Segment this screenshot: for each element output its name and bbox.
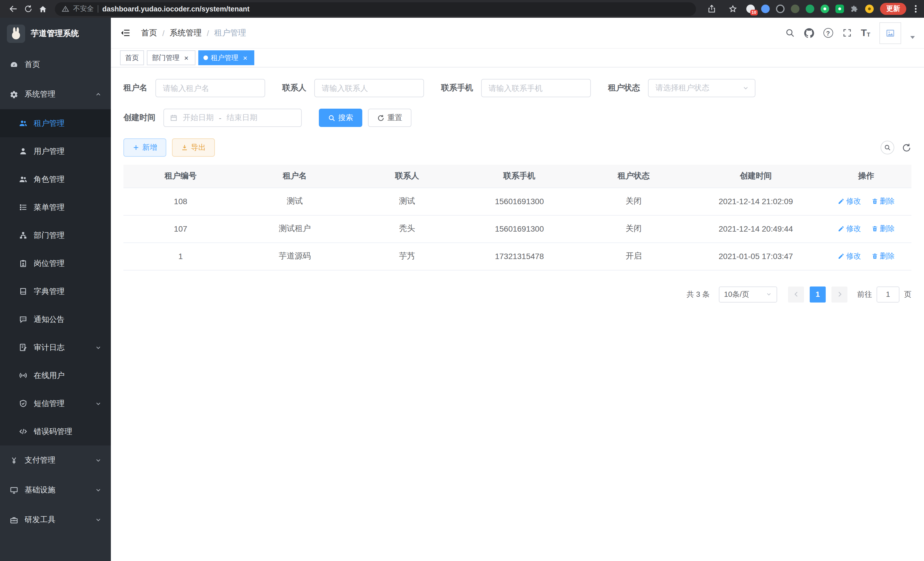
extensions-puzzle-icon[interactable] [850,5,859,13]
tag-tenant-active[interactable]: 租户管理 [198,50,254,65]
sidebar-item-error-code[interactable]: 错误码管理 [0,417,111,445]
extension-icon-olive[interactable] [791,5,800,13]
date-range-picker[interactable]: 开始日期 - 结束日期 [164,109,302,127]
fullscreen-icon[interactable] [842,28,852,38]
sidebar-item-user[interactable]: 用户管理 [0,137,111,165]
extension-icon-badge[interactable]: 10 [746,5,755,13]
delete-row-button[interactable]: 删除 [871,224,895,234]
sidebar-group-system[interactable]: 系统管理 [0,80,111,109]
breadcrumb-system[interactable]: 系统管理 [170,28,202,38]
next-page-icon[interactable] [831,286,848,302]
extension-icon-bright-green[interactable] [820,5,829,13]
page-size-select[interactable]: 10条/页 [719,286,777,302]
reset-button[interactable]: 重置 [368,109,411,127]
sidebar-item-menu[interactable]: 菜单管理 [0,193,111,221]
close-icon[interactable] [241,54,249,62]
date-separator: - [219,114,221,122]
chevron-down-icon [766,291,772,297]
toggle-search-icon[interactable] [880,141,894,154]
bookmark-star-icon[interactable] [725,2,740,16]
avatar[interactable] [879,22,901,44]
reload-icon[interactable] [21,2,35,16]
sidebar-item-tenant[interactable]: 租户管理 [0,109,111,137]
share-icon[interactable] [704,2,719,16]
calendar-icon [170,114,178,122]
sidebar-item-post[interactable]: 岗位管理 [0,249,111,277]
back-icon[interactable] [6,2,21,16]
system-submenu: 租户管理 用户管理 角色管理 [0,109,111,445]
sidebar-group-devtools[interactable]: 研发工具 [0,505,111,535]
sidebar-group-payment[interactable]: 支付管理 [0,445,111,475]
refresh-table-icon[interactable] [902,143,911,152]
add-button[interactable]: 新增 [123,138,166,157]
sidebar-item-dept[interactable]: 部门管理 [0,221,111,249]
extension-icon-green[interactable] [806,5,814,13]
contact-input[interactable] [314,79,424,97]
page-number-button[interactable]: 1 [810,286,826,302]
field-label: 租户名 [123,83,147,93]
edit-row-button[interactable]: 修改 [838,196,861,206]
extension-icon-blue[interactable] [761,5,770,13]
sidebar-item-dict[interactable]: 字典管理 [0,277,111,305]
trash-icon [871,253,878,260]
extension-icon-dark[interactable] [776,5,784,13]
home-icon[interactable] [35,2,50,16]
filter-phone: 联系手机 [441,79,591,97]
tenant-table: 租户编号 租户名 联系人 联系手机 租户状态 创建时间 操作 108 测试 [123,165,911,270]
sidebar-item-home[interactable]: 首页 [0,50,111,80]
edit-row-button[interactable]: 修改 [838,251,861,261]
github-icon[interactable] [804,28,814,38]
status-select[interactable]: 请选择租户状态 [648,79,755,97]
sidebar-item-online-users[interactable]: 在线用户 [0,361,111,390]
help-icon[interactable] [823,28,833,38]
avatar-caret-icon[interactable] [910,36,915,39]
page-unit-label: 页 [904,289,911,299]
search-button[interactable]: 搜索 [319,109,362,127]
delete-row-button[interactable]: 删除 [871,196,895,206]
sidebar-group-audit-log[interactable]: 审计日志 [0,333,111,361]
filter-row-2: 创建时间 开始日期 - 结束日期 [123,109,911,127]
search-icon[interactable] [785,28,795,38]
delete-label: 删除 [880,251,895,261]
chevron-down-icon [95,457,102,464]
sidebar-item-role[interactable]: 角色管理 [0,165,111,193]
tag-home[interactable]: 首页 [120,50,144,65]
export-button[interactable]: 导出 [172,138,215,157]
close-icon[interactable] [182,54,190,62]
edit-row-button[interactable]: 修改 [838,224,861,234]
sidebar-group-sms[interactable]: 短信管理 [0,390,111,417]
logo-row[interactable]: 芋道管理系统 [0,18,111,50]
prev-page-icon[interactable] [788,286,804,302]
cell-status: 开启 [577,242,691,270]
delete-row-button[interactable]: 删除 [871,251,895,261]
tenant-name-input[interactable] [155,79,265,97]
breadcrumb-home[interactable]: 首页 [141,28,157,38]
trash-icon [871,198,878,205]
goto-page-input[interactable] [877,286,899,302]
extension-icon-green-square[interactable] [836,5,844,13]
column-header: 租户名 [238,165,352,188]
date-start-placeholder: 开始日期 [183,113,214,123]
delete-label: 删除 [880,196,895,206]
active-tag-dot [203,56,208,60]
address-bar[interactable]: 不安全 dashboard.yudao.iocoder.cn/system/te… [55,2,696,16]
sidebar-item-notice[interactable]: 通知公告 [0,305,111,333]
tag-dept[interactable]: 部门管理 [147,50,195,65]
filter-status: 租户状态 请选择租户状态 [608,79,755,97]
cell-contact: 测试 [352,188,462,215]
sidebar-item-label: 字典管理 [34,286,64,296]
font-size-icon[interactable] [861,28,870,38]
breadcrumb: 首页 / 系统管理 / 租户管理 [141,28,246,38]
sidebar-fold-icon[interactable] [120,27,131,38]
url-text[interactable]: dashboard.yudao.iocoder.cn/system/tenant [102,5,249,13]
extension-icon-yellow[interactable] [865,5,874,13]
security-label[interactable]: 不安全 [73,4,94,14]
browser-menu-icon[interactable] [913,4,918,14]
phone-input[interactable] [481,79,591,97]
sidebar-group-infra[interactable]: 基础设施 [0,475,111,505]
filter-create-time: 创建时间 开始日期 - 结束日期 [123,109,302,127]
column-header: 联系手机 [462,165,577,188]
browser-chrome: 不安全 dashboard.yudao.iocoder.cn/system/te… [0,0,924,18]
cell-contact: 芋艿 [352,242,462,270]
browser-update-button[interactable]: 更新 [880,3,906,15]
